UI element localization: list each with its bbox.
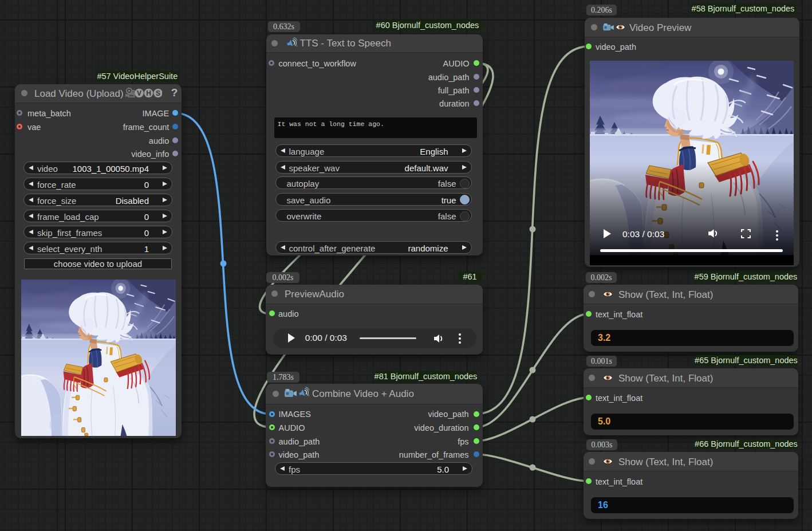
svg-text:V: V <box>137 89 141 97</box>
svg-text:S: S <box>156 89 160 97</box>
svg-text:H: H <box>146 89 151 97</box>
